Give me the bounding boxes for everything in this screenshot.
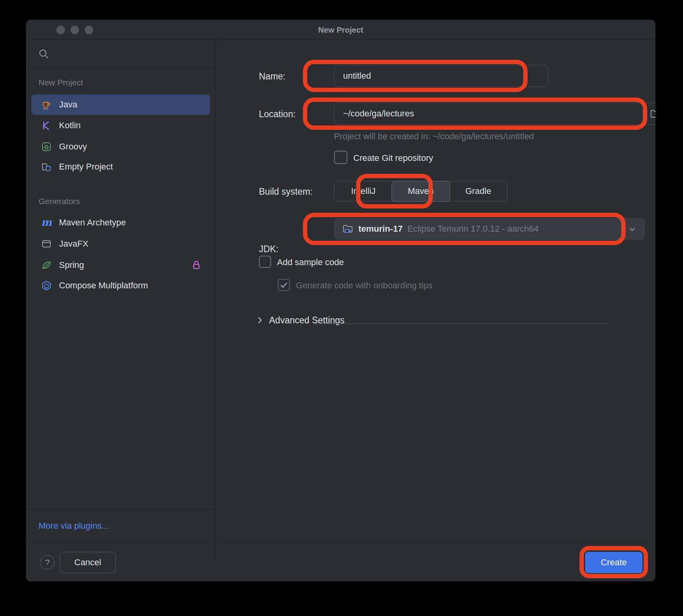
more-via-plugins-link[interactable]: More via plugins... (39, 521, 109, 531)
help-question-mark: ? (45, 558, 50, 567)
build-option-intellij[interactable]: IntelliJ (334, 181, 392, 201)
advanced-settings-toggle[interactable]: Advanced Settings (269, 315, 345, 326)
name-input[interactable]: untitled (334, 65, 548, 87)
sidebar-search[interactable] (26, 40, 215, 68)
sidebar-item-javafx[interactable]: JavaFX (31, 234, 210, 254)
title-bar: New Project (26, 20, 655, 40)
advanced-settings-divider (315, 323, 607, 324)
spring-leaf-icon (41, 260, 52, 271)
screenshot-stage: New Project New Project Java (0, 0, 683, 616)
sidebar-section-new-project: New Project (39, 78, 83, 87)
sidebar-section-generators: Generators (39, 197, 80, 206)
jdk-selected-name: temurin-17 (358, 224, 402, 234)
cancel-button[interactable]: Cancel (60, 552, 116, 573)
git-checkbox[interactable] (334, 151, 347, 164)
location-input[interactable]: ~/code/ga/lectures (334, 103, 655, 125)
sidebar-item-compose-multiplatform[interactable]: Compose Multiplatform (31, 275, 210, 296)
dialog-footer: ? Cancel Create (26, 542, 655, 581)
sidebar-item-label: Kotlin (59, 120, 81, 131)
javafx-window-icon (41, 238, 52, 249)
jdk-dropdown[interactable]: temurin-17 Eclipse Temurin 17.0.12 - aar… (334, 218, 645, 240)
svg-text:G: G (44, 144, 49, 150)
build-option-maven[interactable]: Maven (391, 181, 450, 202)
onboarding-tips-checkbox[interactable] (278, 279, 290, 291)
groovy-icon: G (41, 141, 52, 152)
sidebar-item-label: Empty Project (59, 162, 113, 172)
sidebar-item-label: Compose Multiplatform (59, 280, 148, 291)
chevron-right-icon[interactable] (255, 315, 264, 325)
java-cup-icon (41, 99, 52, 110)
sidebar-item-label: Java (59, 100, 77, 110)
add-sample-code-label: Add sample code (277, 257, 344, 267)
new-project-dialog: New Project New Project Java (26, 20, 655, 581)
lock-icon (190, 259, 202, 271)
search-icon (38, 48, 50, 61)
sidebar-item-label: Maven Archetype (59, 218, 126, 228)
jdk-folder-icon (342, 223, 354, 235)
sidebar-item-spring[interactable]: Spring (31, 255, 210, 275)
create-button[interactable]: Create (585, 552, 642, 573)
sidebar-item-label: JavaFX (59, 239, 89, 249)
name-label: Name: (259, 71, 286, 82)
maven-m-icon: m (41, 217, 52, 228)
empty-project-icon (41, 161, 52, 172)
location-label: Location: (259, 109, 295, 120)
sidebar-item-empty-project[interactable]: Empty Project (31, 157, 210, 177)
jdk-label: JDK: (259, 244, 279, 255)
build-system-segmented-control: IntelliJ Maven Gradle (334, 181, 508, 201)
browse-folder-icon[interactable] (650, 109, 655, 120)
sidebar-bottom-divider (26, 509, 215, 510)
build-option-gradle[interactable]: Gradle (449, 181, 507, 201)
add-sample-code-checkbox[interactable] (259, 256, 271, 268)
chevron-down-icon (628, 225, 637, 234)
jdk-selected-detail: Eclipse Temurin 17.0.12 - aarch64 (407, 224, 538, 234)
sidebar-item-label: Spring (59, 260, 84, 270)
location-value: ~/code/ga/lectures (343, 109, 414, 119)
sidebar-item-java[interactable]: Java (31, 94, 210, 115)
new-project-form: Name: untitled Location: ~/code/ga/lectu… (216, 40, 655, 542)
onboarding-tips-label: Generate code with onboarding tips (296, 280, 432, 291)
location-hint: Project will be created in: ~/code/ga/le… (334, 131, 534, 142)
sidebar-item-groovy[interactable]: G Groovy (31, 136, 210, 157)
sidebar: New Project Java Kotlin (26, 40, 216, 561)
help-button[interactable]: ? (40, 555, 55, 570)
sidebar-item-label: Groovy (59, 142, 87, 152)
sidebar-item-maven-archetype[interactable]: m Maven Archetype (31, 212, 210, 233)
compose-hexagon-icon (41, 280, 52, 291)
sidebar-item-kotlin[interactable]: Kotlin (31, 115, 210, 136)
kotlin-icon (41, 120, 52, 131)
git-checkbox-label: Create Git repository (353, 153, 433, 163)
name-value: untitled (343, 71, 371, 81)
build-system-label: Build system: (259, 186, 313, 197)
svg-text:m: m (41, 217, 52, 228)
window-title: New Project (26, 20, 655, 40)
